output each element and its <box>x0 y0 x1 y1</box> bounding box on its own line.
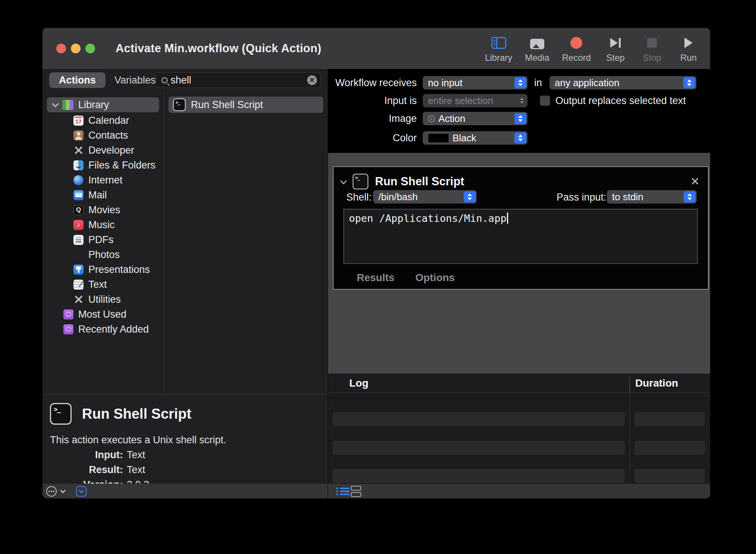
terminal-icon <box>353 174 368 189</box>
close-window-button[interactable] <box>56 44 66 53</box>
utilities-icon <box>73 295 84 305</box>
log-panel: Log Duration <box>328 374 710 498</box>
log-row <box>328 412 710 426</box>
input-is-label: Input is <box>328 95 417 107</box>
stepper-icon <box>464 191 476 202</box>
workflow-receives-label: Workflow receives <box>328 77 417 89</box>
search-input[interactable]: shell <box>171 75 307 86</box>
traffic-lights <box>56 44 95 53</box>
results-tab[interactable]: Results <box>357 272 394 284</box>
sidebar-item-contacts[interactable]: Contacts <box>42 128 164 143</box>
color-dropdown[interactable]: Black <box>423 131 527 145</box>
automator-window: Activate Min.workflow (Quick Action) Lib… <box>42 28 710 498</box>
library-toolbar-button[interactable]: Library <box>485 34 512 63</box>
step-toolbar-button[interactable]: Step <box>604 34 627 63</box>
search-field[interactable]: shell ✕ <box>156 72 321 88</box>
stepper-icon <box>514 132 526 144</box>
attr-input: Input: Text <box>50 449 320 461</box>
list-view-icon[interactable] <box>336 488 338 495</box>
tab-variables[interactable]: Variables <box>114 75 156 86</box>
internet-icon <box>73 175 84 185</box>
action-description-panel: Run Shell Script This action executes a … <box>42 394 328 484</box>
smart-folder-icon <box>63 324 73 334</box>
sidebar-item-library[interactable]: Library <box>47 97 159 112</box>
input-is-dropdown: entire selection <box>423 94 527 107</box>
output-replaces-checkbox[interactable] <box>540 95 550 106</box>
record-icon <box>570 37 582 49</box>
media-toolbar-button[interactable]: Media <box>525 34 549 63</box>
sidebar-item-recently-added[interactable]: Recently Added <box>42 322 164 337</box>
stepper-icon <box>514 77 526 88</box>
sidebar-item-text[interactable]: Text <box>42 277 164 292</box>
action-results-list: Run Shell Script <box>164 91 328 394</box>
left-footer-bar <box>42 484 328 498</box>
log-row <box>328 469 710 483</box>
description-text: This action executes a Unix shell script… <box>50 434 320 446</box>
options-tab[interactable]: Options <box>415 272 455 284</box>
sidebar-item-pdfs[interactable]: PDFs <box>42 232 164 247</box>
sidebar-item-music[interactable]: Music <box>42 217 164 232</box>
image-dropdown[interactable]: Action <box>423 112 527 125</box>
run-icon <box>684 38 693 48</box>
log-column-label: Log <box>349 377 368 389</box>
title-bar: Activate Min.workflow (Quick Action) Lib… <box>42 28 710 69</box>
quick-action-config: Workflow receives no input in any applic… <box>328 69 710 153</box>
stepper-icon <box>514 113 526 124</box>
workflow-canvas: Run Shell Script ✕ Shell: /bin/bash Pass… <box>328 153 710 374</box>
action-image-icon <box>428 115 435 122</box>
result-run-shell-script[interactable]: Run Shell Script <box>168 97 323 113</box>
stepper-icon <box>683 77 695 88</box>
chevron-down-icon[interactable] <box>340 177 347 184</box>
smart-folder-icon <box>63 309 73 320</box>
left-panel: Actions Variables shell ✕ Library Calend… <box>42 69 328 498</box>
stop-icon <box>647 38 657 48</box>
sidebar-item-internet[interactable]: Internet <box>42 173 164 188</box>
clear-search-icon[interactable]: ✕ <box>307 75 317 85</box>
workflow-panel: Workflow receives no input in any applic… <box>328 69 710 498</box>
contacts-icon <box>73 130 84 141</box>
chevron-down-icon[interactable] <box>52 100 59 107</box>
record-toolbar-button[interactable]: Record <box>562 34 591 63</box>
attr-result: Result: Text <box>50 464 320 476</box>
chevron-down-icon[interactable] <box>60 488 66 493</box>
color-label: Color <box>328 132 417 144</box>
in-label: in <box>534 77 542 89</box>
log-row <box>328 441 710 455</box>
zoom-window-button[interactable] <box>85 44 95 53</box>
sidebar-item-most-used[interactable]: Most Used <box>42 307 164 322</box>
shell-script-editor[interactable]: open /Applications/Min.app <box>343 209 698 264</box>
minimize-window-button[interactable] <box>71 44 81 53</box>
run-toolbar-button[interactable]: Run <box>677 34 700 63</box>
sidebar-item-presentations[interactable]: Presentations <box>42 262 164 277</box>
music-icon <box>73 220 84 230</box>
workflow-receives-dropdown[interactable]: no input <box>423 76 527 89</box>
sidebar-item-photos[interactable]: Photos <box>42 247 164 262</box>
tab-actions[interactable]: Actions <box>49 72 105 88</box>
checkbox-dropdown-icon[interactable] <box>76 486 86 497</box>
flow-view-icon[interactable] <box>351 486 361 497</box>
browser-columns: Library CalendarContactsDeveloperFiles &… <box>42 91 328 394</box>
pass-input-dropdown[interactable]: to stdin <box>607 190 697 204</box>
media-icon <box>530 39 544 49</box>
text-icon <box>73 280 84 290</box>
sidebar-item-utilities[interactable]: Utilities <box>42 292 164 307</box>
movies-icon <box>73 205 84 215</box>
close-action-icon[interactable]: ✕ <box>690 176 700 187</box>
sidebar-item-movies[interactable]: Movies <box>42 202 164 217</box>
application-dropdown[interactable]: any application <box>549 76 696 89</box>
library-panel-icon <box>491 37 506 49</box>
shell-dropdown[interactable]: /bin/bash <box>373 190 477 204</box>
sidebar-item-developer[interactable]: Developer <box>42 143 164 158</box>
log-header: Log Duration <box>328 374 710 393</box>
developer-icon <box>73 145 84 155</box>
sidebar-item-mail[interactable]: Mail <box>42 188 164 202</box>
screen: Activate Min.workflow (Quick Action) Lib… <box>0 0 756 554</box>
mail-icon <box>73 190 84 200</box>
window-title: Activate Min.workflow (Quick Action) <box>116 42 321 55</box>
sidebar-item-files-folders[interactable]: Files & Folders <box>42 158 164 173</box>
sidebar-item-calendar[interactable]: Calendar <box>42 113 164 128</box>
stop-toolbar-button[interactable]: Stop <box>640 34 664 63</box>
more-options-icon[interactable] <box>46 486 57 497</box>
run-shell-script-action[interactable]: Run Shell Script ✕ Shell: /bin/bash Pass… <box>333 166 709 290</box>
actions-header: Actions Variables shell ✕ <box>42 69 328 91</box>
